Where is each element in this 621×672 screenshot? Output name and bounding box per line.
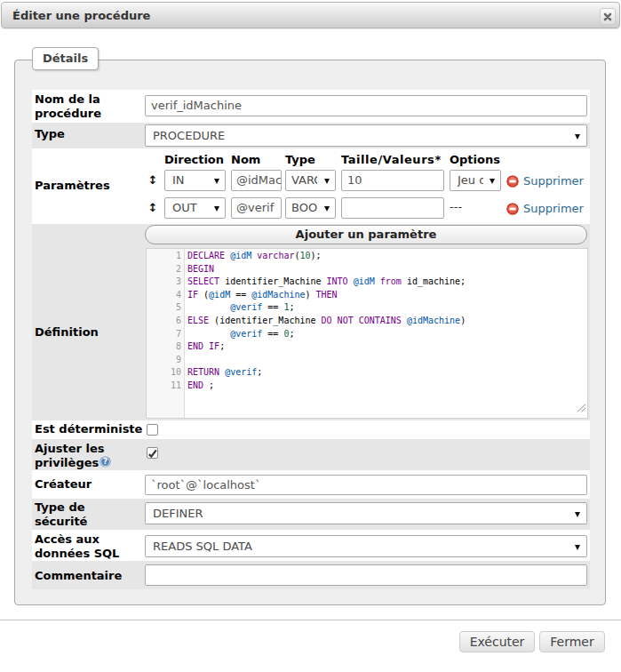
row-adjust-privileges: Ajuster les privilèges? <box>32 439 590 470</box>
editor-resize-icon[interactable] <box>575 404 586 417</box>
adjust-privileges-checkbox[interactable] <box>147 447 158 459</box>
param-header-type: Type <box>285 153 315 167</box>
param-1-direction-select[interactable]: IN <box>164 170 226 191</box>
security-type-label: Type de sécurité <box>35 500 106 529</box>
deterministic-field <box>145 420 590 439</box>
editor-line-numbers: 1234567891011 <box>147 249 185 418</box>
adjust-privileges-field <box>145 439 590 470</box>
close-icon <box>603 12 612 24</box>
param-1-remove[interactable]: Supprimer <box>506 172 584 191</box>
select-arrow-icon <box>214 206 219 212</box>
checkmark-icon <box>147 446 158 463</box>
param-2-name-input[interactable]: @verif <box>231 197 282 219</box>
row-comment: Commentaire <box>32 561 590 589</box>
row-routine-name: Nom de la procédure verif_idMachine <box>32 90 590 123</box>
close-dialog-button[interactable]: Fermer <box>539 631 605 652</box>
details-fieldset: Nom de la procédure verif_idMachine Type… <box>14 60 606 605</box>
row-parameters: Paramètres Direction Nom Type Taille/Val… <box>32 148 590 224</box>
routine-type-field: PROCEDURE <box>145 123 590 148</box>
execute-button[interactable]: Exécuter <box>459 631 535 652</box>
dialog-title: Éditer une procédure <box>12 9 150 22</box>
param-1-name-input[interactable]: @idMachine <box>231 170 282 191</box>
dialog-buttonpane: Exécuter Fermer <box>0 620 621 672</box>
select-arrow-icon <box>575 134 580 140</box>
param-1-type-select[interactable]: VARCHAR <box>285 170 336 191</box>
select-arrow-icon <box>575 512 580 517</box>
definition-label: Définition <box>35 325 143 340</box>
sql-data-access-field: READS SQL DATA <box>145 530 590 561</box>
parameters-field: Direction Nom Type Taille/Valeurs* Optio… <box>145 148 590 224</box>
row-definition: Définition 1234567891011 DECLARE @idM va… <box>32 246 590 420</box>
row-add-parameter: Ajouter un paramètre <box>32 224 590 246</box>
deterministic-label: Est déterministe <box>35 422 143 436</box>
select-arrow-icon <box>324 206 330 212</box>
routine-form-table: Nom de la procédure verif_idMachine Type… <box>32 90 590 589</box>
select-arrow-icon <box>324 179 330 184</box>
param-2-type-select[interactable]: BOOLEAN <box>285 197 336 219</box>
drag-handle-icon[interactable]: ↕ <box>147 201 158 215</box>
param-1-length-input[interactable]: 10 <box>341 170 444 191</box>
param-2-remove-link[interactable]: Supprimer <box>523 202 584 215</box>
param-header-name: Nom <box>231 153 260 167</box>
param-header-length: Taille/Valeurs* <box>341 153 442 167</box>
routine-name-input[interactable]: verif_idMachine <box>145 95 587 116</box>
remove-minus-icon <box>506 174 519 191</box>
comment-field <box>145 561 590 589</box>
creator-field: `root`@`localhost` <box>145 470 590 499</box>
creator-input[interactable]: `root`@`localhost` <box>145 475 587 495</box>
row-creator: Créateur `root`@`localhost` <box>32 470 590 499</box>
row-sql-data-access: Accès aux données SQL READS SQL DATA <box>32 530 590 561</box>
select-arrow-icon <box>214 179 219 184</box>
definition-field: 1234567891011 DECLARE @idM varchar(10);B… <box>145 246 590 420</box>
sql-editor[interactable]: 1234567891011 DECLARE @idM varchar(10);B… <box>146 248 588 419</box>
row-routine-type: Type PROCEDURE <box>32 123 590 148</box>
param-1-remove-link[interactable]: Supprimer <box>523 174 584 188</box>
deterministic-checkbox[interactable] <box>147 424 158 436</box>
row-security-type: Type de sécurité DEFINER <box>32 499 590 530</box>
comment-label: Commentaire <box>35 569 143 583</box>
parameters-label: Paramètres <box>35 179 143 193</box>
add-param-field: Ajouter un paramètre <box>145 224 590 246</box>
param-2-length-input[interactable] <box>341 197 444 219</box>
param-2-direction-select[interactable]: OUT <box>164 197 226 219</box>
add-parameter-button[interactable]: Ajouter un paramètre <box>145 225 587 244</box>
select-arrow-icon <box>490 179 495 184</box>
routine-name-label: Nom de la procédure <box>35 92 143 121</box>
comment-input[interactable] <box>145 564 587 586</box>
param-2-options-none: --- <box>450 200 462 213</box>
help-icon[interactable]: ? <box>100 456 111 471</box>
sql-data-access-label: Accès aux données SQL <box>35 532 143 561</box>
row-deterministic: Est déterministe <box>32 420 590 439</box>
remove-minus-icon <box>506 202 519 219</box>
param-row-1: ↕ IN @idMachine VARCHAR 10 Jeu de caract… <box>145 170 590 191</box>
tab-details[interactable]: Détails <box>32 47 99 70</box>
select-arrow-icon <box>575 545 580 550</box>
sql-data-access-select[interactable]: READS SQL DATA <box>145 535 587 557</box>
param-1-options-select[interactable]: Jeu de caractères <box>450 170 501 191</box>
close-button[interactable] <box>600 8 616 25</box>
param-header-direction: Direction <box>164 153 224 167</box>
svg-text:?: ? <box>103 457 107 466</box>
creator-label: Créateur <box>35 477 143 492</box>
adjust-privileges-label: Ajuster les privilèges? <box>35 442 143 471</box>
drag-handle-icon[interactable]: ↕ <box>147 173 158 188</box>
routine-type-label: Type <box>35 127 143 141</box>
routine-name-field: verif_idMachine <box>145 90 590 123</box>
param-header-options: Options <box>450 153 500 167</box>
security-type-field: DEFINER <box>145 499 590 530</box>
param-2-remove[interactable]: Supprimer <box>506 199 584 219</box>
dialog-titlebar: Éditer une procédure <box>1 2 620 28</box>
editor-code[interactable]: DECLARE @idM varchar(10);BEGINSELECT ide… <box>185 249 466 418</box>
security-type-select[interactable]: DEFINER <box>145 502 587 524</box>
routine-type-select[interactable]: PROCEDURE <box>145 124 587 147</box>
param-row-2: ↕ OUT @verif BOOLEAN --- Supprimer <box>145 197 590 219</box>
